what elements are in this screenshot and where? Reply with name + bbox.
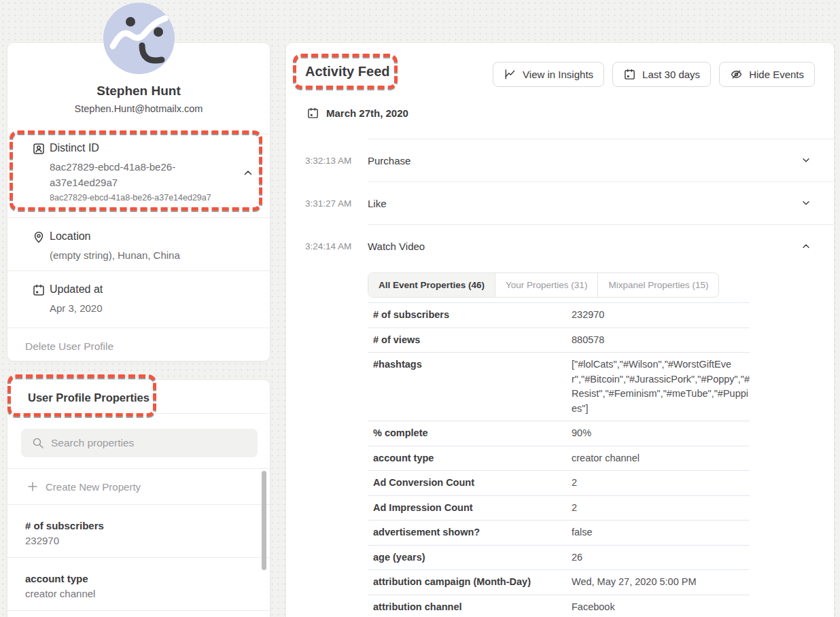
button-label: View in Insights: [523, 69, 593, 80]
search-properties-input[interactable]: [51, 429, 248, 457]
activity-feed-card: Activity Feed View in Insights Last 30 d…: [285, 42, 835, 617]
table-row: #hashtags ["#lolCats","#Wilson","#WorstG…: [368, 352, 750, 421]
chevron-up-icon[interactable]: [800, 240, 812, 252]
hide-events-button[interactable]: Hide Events: [719, 62, 815, 87]
event-row-watch-video[interactable]: 3:24:14 AM Watch Video: [286, 225, 834, 267]
properties-panel-title: User Profile Properties: [28, 391, 150, 404]
event-name: Like: [368, 198, 387, 209]
location-label: Location: [50, 230, 91, 243]
profile-card: Stephen Hunt Stephen.Hunt@hotmailx.com D…: [7, 42, 270, 362]
delete-user-profile-link[interactable]: Delete User Profile: [25, 340, 113, 353]
event-detail-panel: All Event Properties (46) Your Propertie…: [368, 272, 750, 617]
table-row: attribution campaign (Month-Day) Wed, Ma…: [368, 569, 750, 595]
view-in-insights-button[interactable]: View in Insights: [493, 62, 604, 87]
date-group-header: March 27th, 2020: [307, 107, 408, 120]
table-row: Ad Conversion Count 2: [368, 470, 750, 495]
line-chart-icon: [504, 68, 517, 81]
event-name: Watch Video: [368, 241, 425, 252]
property-value: 232970: [25, 535, 59, 546]
eye-off-icon: [730, 68, 743, 81]
distinct-id-subvalue: 8ac27829-ebcd-41a8-be26-a37e14ed29a7: [50, 193, 211, 202]
event-name: Purchase: [368, 155, 410, 166]
event-properties-table: # of subscribers 232970 # of views 88057…: [368, 302, 750, 617]
table-row: account type creator channel: [368, 446, 750, 471]
distinct-id-value: 8ac27829-ebcd-41a8-be26-a37e14ed29a7: [50, 159, 196, 190]
table-row: Ad Impression Count 2: [368, 495, 750, 521]
date-group-label: March 27th, 2020: [326, 107, 408, 119]
property-key: Ad Impression Count: [373, 501, 572, 516]
table-row: advertisement shown? false: [368, 520, 750, 545]
tab-mixpanel-properties[interactable]: Mixpanel Properties (15): [598, 273, 718, 297]
tab-all-event-properties[interactable]: All Event Properties (46): [368, 273, 495, 297]
property-value: 232970: [572, 308, 750, 323]
search-properties-box[interactable]: [21, 429, 258, 457]
property-list-item[interactable]: # of subscribers 232970: [7, 505, 270, 558]
avatar: [103, 3, 175, 74]
property-key: age (years): [373, 550, 572, 565]
user-email: Stephen.Hunt@hotmailx.com: [7, 103, 270, 114]
button-label: Hide Events: [749, 69, 804, 80]
event-row-like[interactable]: 3:31:27 AM Like: [286, 182, 834, 224]
property-value: 2: [572, 501, 750, 516]
chevron-down-icon[interactable]: [800, 197, 812, 209]
property-key: % complete: [373, 426, 572, 441]
user-profile-properties-card: User Profile Properties Create New Prope…: [7, 379, 270, 617]
contact-card-icon: [32, 142, 46, 156]
table-row: % complete 90%: [368, 421, 750, 446]
event-time: 3:32:13 AM: [305, 156, 351, 166]
properties-list: Create New Property # of subscribers 232…: [7, 468, 270, 611]
property-value: false: [572, 525, 750, 540]
properties-scrollbar-thumb[interactable]: [262, 471, 266, 570]
property-value: Facebook: [572, 600, 750, 615]
chevron-down-icon[interactable]: [800, 154, 812, 166]
events-list: 3:32:13 AM Purchase 3:31:27 AM Like 3:24…: [286, 139, 834, 617]
activity-feed-title: Activity Feed: [305, 64, 389, 80]
tab-your-properties[interactable]: Your Properties (31): [495, 273, 598, 297]
date-range-button[interactable]: Last 30 days: [612, 62, 711, 87]
property-key: attribution channel: [373, 600, 572, 615]
chevron-up-icon[interactable]: [241, 166, 255, 179]
property-key: account type: [373, 451, 572, 466]
search-icon: [31, 436, 45, 450]
table-row: # of views 880578: [368, 328, 750, 353]
property-name: # of subscribers: [25, 520, 104, 531]
user-name: Stephen Hunt: [7, 84, 270, 99]
table-row: attribution channel Facebook: [368, 595, 750, 617]
property-value: 90%: [572, 426, 750, 441]
user-profile-page: Stephen Hunt Stephen.Hunt@hotmailx.com D…: [0, 0, 840, 617]
updated-at-row: Updated at Apr 3, 2020: [7, 271, 270, 328]
property-key: advertisement shown?: [373, 525, 572, 540]
property-value: ["#lolCats","#Wilson","#WorstGiftEver","…: [572, 357, 750, 416]
create-new-property-label: Create New Property: [46, 481, 141, 493]
property-key: Ad Conversion Count: [373, 476, 572, 491]
create-new-property-button[interactable]: Create New Property: [7, 469, 270, 505]
property-key: #hashtags: [373, 357, 572, 416]
calendar-icon: [623, 68, 636, 81]
property-key: # of subscribers: [373, 308, 572, 323]
property-list-item[interactable]: account type creator channel: [7, 558, 270, 611]
location-row: Location (empty string), Hunan, China: [7, 218, 270, 271]
updated-at-label: Updated at: [50, 283, 103, 296]
delete-profile-row: Delete User Profile: [7, 328, 270, 362]
button-label: Last 30 days: [642, 69, 700, 80]
property-value: 880578: [572, 333, 750, 348]
property-key: attribution campaign (Month-Day): [373, 575, 572, 590]
plus-icon: [27, 480, 39, 493]
event-time: 3:24:14 AM: [305, 241, 351, 251]
property-value: 2: [572, 476, 750, 491]
property-name: account type: [25, 573, 88, 584]
distinct-id-row: Distinct ID 8ac27829-ebcd-41a8-be26-a37e…: [7, 135, 270, 218]
table-row: # of subscribers 232970: [368, 302, 750, 328]
location-pin-icon: [32, 230, 46, 244]
event-row-purchase[interactable]: 3:32:13 AM Purchase: [286, 139, 834, 181]
divider: [7, 413, 270, 414]
property-value: Wed, May 27, 2020 5:00 PM: [572, 575, 750, 590]
updated-at-value: Apr 3, 2020: [50, 300, 247, 316]
location-value: (empty string), Hunan, China: [50, 247, 247, 263]
property-value: creator channel: [572, 451, 750, 466]
event-properties-tabs: All Event Properties (46) Your Propertie…: [368, 272, 719, 298]
property-value: creator channel: [25, 588, 95, 599]
event-time: 3:31:27 AM: [305, 198, 351, 209]
calendar-icon: [32, 283, 46, 297]
mixpanel-smiley-avatar-icon: [103, 3, 175, 74]
